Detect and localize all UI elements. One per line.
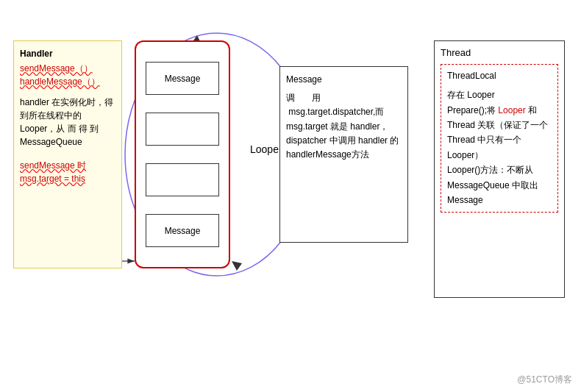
message-detail-body: 调 用 msg.target.dispatcher,而 msg.target 就… <box>286 91 402 162</box>
thread-box: Thread ThreadLocal 存在 Looper Prepare();将… <box>434 40 565 298</box>
handler-box: Handler sendMessage（） handleMessage（） ha… <box>13 40 122 268</box>
thread-local-title: ThreadLocal <box>447 69 552 83</box>
msg-item-2 <box>146 113 219 146</box>
handler-send-message: sendMessage（） <box>20 62 115 75</box>
handler-sendmsg-label: sendMessage 时 <box>20 159 115 172</box>
handler-title: Handler <box>20 47 115 60</box>
thread-local-box: ThreadLocal 存在 Looper Prepare();将 Looper… <box>441 64 558 213</box>
watermark: @51CTO博客 <box>517 374 572 386</box>
svg-marker-2 <box>232 261 242 271</box>
msg-item-4: Message <box>146 214 219 247</box>
msg-item-1: Message <box>146 62 219 95</box>
handler-description: handler 在实例化时，得到所在线程中的 Looper，从 而 得 到 Me… <box>20 96 115 149</box>
message-detail-box: Message 调 用 msg.target.dispatcher,而 msg.… <box>279 66 408 243</box>
message-detail-title: Message <box>286 73 402 87</box>
thread-local-body: 存在 Looper Prepare();将 Looper 和 Thread 关联… <box>447 88 552 207</box>
handler-handle-message: handleMessage（） <box>20 75 115 88</box>
msg-item-3 <box>146 163 219 196</box>
messagequeue-box: Message Message <box>135 40 230 268</box>
thread-title: Thread <box>441 47 558 58</box>
handler-target: msg.target = this <box>20 172 115 185</box>
looper-label: Looper <box>250 143 282 155</box>
